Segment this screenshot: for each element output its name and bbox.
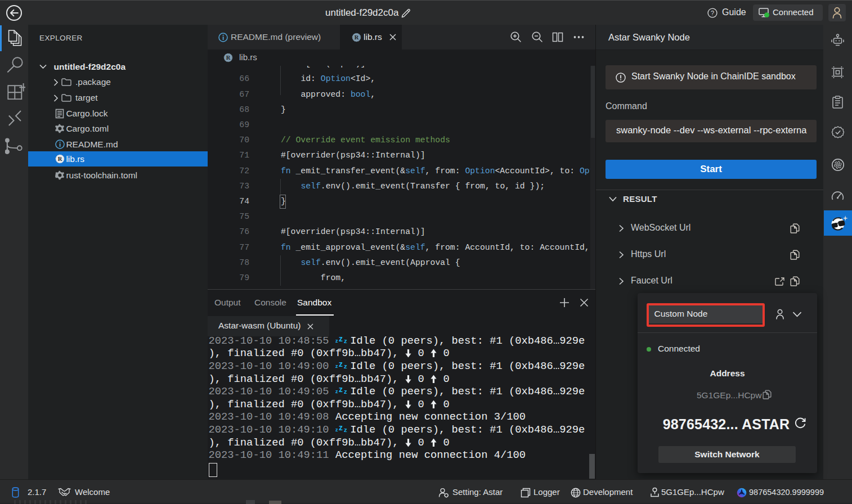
svg-text:?: ? bbox=[711, 10, 714, 16]
svg-text:R: R bbox=[58, 156, 62, 162]
svg-text:R: R bbox=[226, 55, 231, 61]
svg-text:R: R bbox=[355, 34, 359, 40]
